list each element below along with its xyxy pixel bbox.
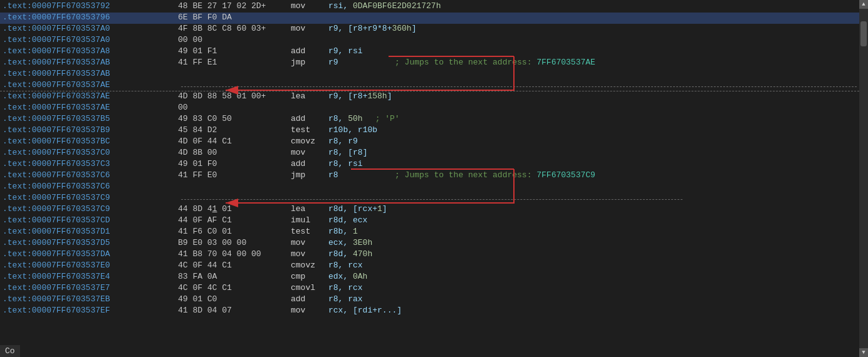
mnemonic-add2: add: [291, 159, 328, 168]
code-line-jmp1: .text:00007FF6703537AB 41 FF E1 jmp r9 ;…: [0, 58, 859, 69]
bytes-partial: 41 8D 04 07: [178, 306, 291, 315]
addr-4: .text:00007FF6703537A0: [3, 35, 178, 44]
code-line-add2: .text:00007FF6703537C3 49 01 F0 add r8, …: [0, 159, 859, 170]
mnemonic-1: mov: [291, 1, 328, 11]
addr-lea2: .text:00007FF6703537C9: [3, 204, 178, 214]
addr-cmovz1: .text:00007FF6703537BC: [3, 137, 178, 146]
code-line-lea2: .text:00007FF6703537C9 44 8D 41 01 lea r…: [0, 204, 859, 215]
code-line-jmp2: .text:00007FF6703537C6 41 FF E0 jmp r8 ;…: [0, 170, 859, 182]
addr-empty1: .text:00007FF6703537AB: [3, 69, 178, 78]
mnemonic-cmp: cmp: [291, 272, 328, 281]
bytes-1: 48 BE 27 17 02 2D+: [178, 1, 291, 11]
code-line-cmovz1: .text:00007FF6703537BC 4D 0F 44 C1 cmovz…: [0, 137, 859, 148]
mnemonic-lea2: lea: [291, 204, 328, 214]
bytes-cmp: 83 FA 0A: [178, 272, 291, 281]
bytes-mov2: B9 E0 03 00 00: [178, 238, 291, 247]
mnemonic-partial: mov: [291, 306, 328, 315]
addr-add2: .text:00007FF6703537C3: [3, 159, 178, 168]
addr-test2: .text:00007FF6703537D1: [3, 227, 178, 236]
mnemonic-test2: test: [291, 227, 328, 236]
addr-5: .text:00007FF6703537A8: [3, 46, 178, 56]
bytes-add2: 49 01 F0: [178, 159, 291, 168]
operands-lea2: r8d, [rcx+1]: [328, 204, 387, 214]
mnemonic-jmp1: jmp: [291, 58, 328, 67]
bytes-test1: 45 84 D2: [178, 125, 291, 135]
code-line-lea1b: .text:00007FF6703537AE 00: [0, 103, 859, 114]
operands-add3: r8, rax: [328, 294, 363, 304]
bytes-lea1: 4D 8D 88 58 01 00+: [178, 91, 291, 101]
mnemonic-5: add: [291, 46, 328, 56]
addr-jmp1: .text:00007FF6703537AB: [3, 58, 178, 67]
operands-jmp1: r9: [328, 58, 338, 67]
code-line-3: .text:00007FF6703537A0 4F 8B 8C C8 60 03…: [0, 24, 859, 35]
mnemonic-cmovz2: cmovz: [291, 261, 328, 270]
bytes-5: 49 01 F1: [178, 46, 291, 56]
addr-sep2: .text:00007FF6703537C9: [3, 193, 178, 202]
mnemonic-mov3: mov: [291, 249, 328, 259]
operands-cmp: edx, 0Ah: [328, 272, 367, 281]
mnemonic-jmp2: jmp: [291, 170, 328, 180]
operands-mov3: r8d, 470h: [328, 249, 372, 259]
vertical-scrollbar[interactable]: ▲ ▼: [859, 0, 868, 357]
mnemonic-imul: imul: [291, 215, 328, 225]
mnemonic-add1: add: [291, 114, 328, 123]
code-line-mov3: .text:00007FF6703537DA 41 B8 70 04 00 00…: [0, 249, 859, 261]
operands-jmp2: r8: [328, 170, 338, 180]
code-line-cmovz2: .text:00007FF6703537E0 4C 0F 44 C1 cmovz…: [0, 261, 859, 272]
bytes-imul: 44 0F AF C1: [178, 215, 291, 225]
addr-jmp2: .text:00007FF6703537C6: [3, 170, 178, 180]
annotation-jmp1: ; Jumps to the next address: 7FF6703537A…: [395, 58, 595, 67]
addr-mov1: .text:00007FF6703537C0: [3, 148, 178, 157]
code-line-empty1: .text:00007FF6703537AB: [0, 69, 859, 80]
code-line-5: .text:00007FF6703537A8 49 01 F1 add r9, …: [0, 46, 859, 58]
code-line-test2: .text:00007FF6703537D1 41 F6 C0 01 test …: [0, 227, 859, 238]
scroll-up-button[interactable]: ▲: [859, 0, 868, 9]
code-line-1: .text:00007FF670353792 48 BE 27 17 02 2D…: [0, 1, 859, 13]
scroll-down-button[interactable]: ▼: [859, 348, 868, 357]
mnemonic-cmovz1: cmovz: [291, 137, 328, 146]
addr-mov3: .text:00007FF6703537DA: [3, 249, 178, 259]
comment-add1: ; 'P': [375, 114, 400, 123]
code-line-cmp: .text:00007FF6703537E4 83 FA 0A cmp edx,…: [0, 272, 859, 283]
operands-1: rsi, 0DAF0BF6E2D021727h: [328, 1, 441, 11]
bytes-3: 4F 8B 8C C8 60 03+: [178, 24, 291, 33]
operands-lea1: r9, [r8+158h]: [328, 91, 392, 101]
mnemonic-mov1: mov: [291, 148, 328, 157]
code-line-mov2: .text:00007FF6703537D5 B9 E0 03 00 00 mo…: [0, 238, 859, 249]
bytes-test2: 41 F6 C0 01: [178, 227, 291, 236]
mnemonic-add3: add: [291, 294, 328, 304]
annotation-jmp2: ; Jumps to the next address: 7FF6703537C…: [395, 170, 595, 180]
bytes-mov1: 4D 8B 00: [178, 148, 291, 157]
addr-sep1: .text:00007FF6703537AE: [3, 80, 178, 90]
bytes-jmp2: 41 FF E0: [178, 170, 291, 180]
addr-cmp: .text:00007FF6703537E4: [3, 272, 178, 281]
bytes-lea1b: 00: [178, 103, 291, 112]
operands-test2: r8b, 1: [328, 227, 358, 236]
code-area[interactable]: .text:00007FF670353792 48 BE 27 17 02 2D…: [0, 0, 859, 357]
addr-cmovz2: .text:00007FF6703537E0: [3, 261, 178, 270]
mnemonic-cmovl: cmovl: [291, 283, 328, 292]
code-line-add1: .text:00007FF6703537B5 49 83 C0 50 add r…: [0, 114, 859, 125]
addr-1: .text:00007FF670353792: [3, 1, 178, 11]
bytes-add1: 49 83 C0 50: [178, 114, 291, 123]
code-line-4: .text:00007FF6703537A0 00 00: [0, 35, 859, 46]
addr-3: .text:00007FF6703537A0: [3, 24, 178, 33]
addr-imul: .text:00007FF6703537CD: [3, 215, 178, 225]
code-line-2: .text:00007FF670353796 6E BF F0 DA: [0, 13, 859, 24]
addr-add3: .text:00007FF6703537EB: [3, 294, 178, 304]
addr-mov2: .text:00007FF6703537D5: [3, 238, 178, 247]
mnemonic-3: mov: [291, 24, 328, 33]
operands-mov1: r8, [r8]: [328, 148, 367, 157]
bytes-cmovz1: 4D 0F 44 C1: [178, 137, 291, 146]
addr-lea1: .text:00007FF6703537AE: [3, 91, 178, 101]
bytes-4: 00 00: [178, 35, 291, 44]
addr-add1: .text:00007FF6703537B5: [3, 114, 178, 123]
code-line-add3: .text:00007FF6703537EB 49 01 C0 add r8, …: [0, 294, 859, 306]
status-bar: Co: [0, 345, 20, 357]
code-line-mov1: .text:00007FF6703537C0 4D 8B 00 mov r8, …: [0, 148, 859, 159]
bytes-jmp1: 41 FF E1: [178, 58, 291, 67]
code-line-empty2: .text:00007FF6703537C6: [0, 182, 859, 193]
scroll-thumb[interactable]: [860, 21, 867, 46]
operands-partial: rcx, [rdi+r...]: [328, 306, 402, 315]
operands-cmovz2: r8, rcx: [328, 261, 363, 270]
